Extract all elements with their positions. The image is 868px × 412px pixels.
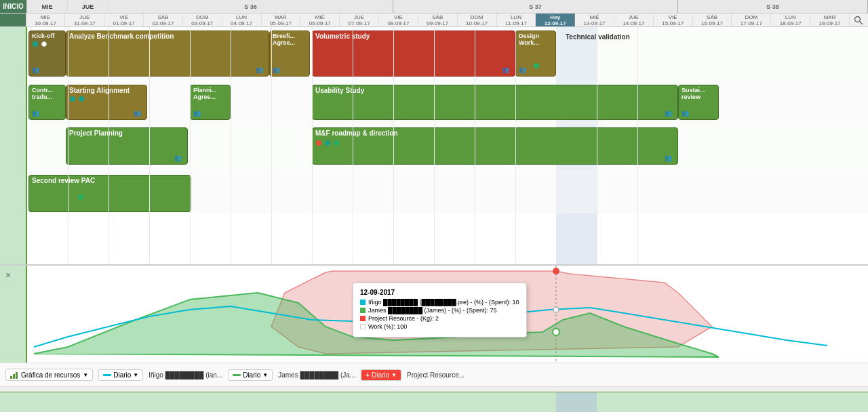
tooltip-row-inigo: Iñigo ████████ (████████.pre) - (%) - (S…	[360, 299, 519, 306]
inigo-color-bar	[103, 374, 111, 376]
design-work-icon: 👥	[519, 66, 526, 73]
second-review-dot	[78, 194, 83, 200]
technical-validation-title: Technical validation	[566, 33, 655, 41]
volumetric-study-task[interactable]: Volumetric study 👥	[312, 30, 515, 77]
date-mie1: MIÉ06-09-17	[300, 14, 340, 26]
mf-dot1	[316, 140, 321, 146]
tooltip-date: 12-09-2017	[360, 289, 519, 296]
analyze-benchmark-title: Analyze Benchmark competition	[69, 33, 266, 40]
resource-caret: ▼	[391, 372, 397, 378]
volumetric-study-title: Volumetric study	[315, 33, 512, 40]
chart-icon	[10, 371, 18, 379]
planni-agree-task[interactable]: Planni...Agree... 👥	[190, 85, 231, 120]
today-bottom-highlight	[556, 392, 597, 412]
grid-line-0	[68, 27, 68, 264]
james-name: James ████████ (Ja...	[278, 371, 355, 379]
week-s37: S 37	[393, 0, 678, 13]
date-vie2: VIE08-09-17	[379, 14, 418, 26]
mf-dot2	[325, 140, 330, 146]
breefi-agree-task[interactable]: Breefi...Agree... 👥	[269, 30, 310, 77]
date-jue2: JUE14-09-17	[614, 14, 654, 26]
sustai-review-icon: 👥	[682, 110, 689, 117]
mf-dot3	[334, 140, 339, 146]
date-lun3: LUN18-09-17	[771, 14, 810, 26]
design-work-title: DesignWork...	[519, 33, 553, 46]
james-type-label: Diario	[243, 371, 260, 379]
resource-chart-section: × 12-09-2017	[0, 264, 868, 363]
inigo-name: Iñigo ████████ (ian...	[149, 371, 222, 379]
date-lun1: LUN04-09-17	[222, 14, 262, 26]
grid-line-9	[434, 27, 435, 264]
svg-point-0	[855, 16, 861, 22]
contr-tradu-task[interactable]: Contr...tradu... 👥	[28, 85, 66, 120]
col-jue-header: JUE	[68, 0, 108, 13]
svg-rect-9	[13, 374, 15, 379]
col-mie-header: MIE	[27, 0, 68, 13]
svg-point-5	[553, 329, 559, 335]
planni-agree-title: Planni...Agree...	[193, 87, 227, 100]
grid-line-12	[597, 27, 597, 264]
starting-alignment-dot1	[70, 96, 75, 102]
bottom-green-area	[0, 392, 868, 412]
grid-line-3	[190, 27, 191, 264]
planni-agree-icon: 👥	[193, 110, 201, 117]
main-wrapper: INICIO MIE JUE S 36 S 37 S 38 MIE30-08-1…	[0, 0, 868, 412]
kickoff-title: Kick-off	[32, 33, 62, 39]
grid-line-1	[108, 27, 109, 264]
mf-roadmap-task[interactable]: M&F roadmap & direction 👥	[312, 127, 678, 165]
scrollbar-area[interactable]	[0, 386, 868, 392]
contr-tradu-title: Contr...tradu...	[32, 87, 62, 100]
grid-line-7	[353, 27, 353, 264]
kickoff-icon: 👥	[32, 66, 39, 73]
resource-chart-btn[interactable]: Gráfica de recursos ▼	[5, 369, 93, 381]
inigo-caret: ▼	[133, 372, 138, 378]
date-dom3: DOM17-09-17	[732, 14, 771, 26]
tooltip-text-resource: Project Resource - (Kg): 2	[368, 315, 439, 322]
project-planning-icon: 👥	[174, 154, 182, 161]
grid-line-8	[393, 27, 394, 264]
resource-legend-btn[interactable]: + Diario ▼	[361, 369, 401, 381]
tooltip-row-james: James ████████ (James) - (%) - (Spent): …	[360, 307, 519, 314]
date-sab2: SÁB09-09-17	[418, 14, 458, 26]
date-dom1: DOM03-09-17	[183, 14, 222, 26]
design-work-dot	[534, 63, 539, 68]
starting-alignment-task[interactable]: Starting Alignment 👥	[66, 85, 147, 120]
technical-validation-task[interactable]: Technical validation	[563, 30, 658, 77]
james-legend-btn[interactable]: Diario ▼	[228, 369, 273, 381]
project-planning-title: Project Planning	[69, 129, 184, 137]
tooltip-text-inigo: Iñigo ████████ (████████.pre) - (%) - (S…	[368, 299, 519, 306]
sustai-review-task[interactable]: Sustai...review 👥	[678, 85, 719, 120]
inicio-date-header	[0, 14, 26, 26]
breefi-agree-icon: 👥	[273, 66, 280, 73]
inigo-legend-btn[interactable]: Diario ▼	[98, 369, 143, 381]
project-planning-task[interactable]: Project Planning 👥	[66, 127, 188, 165]
tooltip-text-james: James ████████ (James) - (%) - (Spent): …	[368, 307, 497, 314]
date-mie2: MIÉ13-09-17	[575, 14, 614, 26]
date-mar2: MAR19-09-17	[810, 14, 850, 26]
date-jue: JUE31-08-17	[65, 14, 104, 26]
usability-study-task[interactable]: Usability Study 👥	[312, 85, 678, 120]
inicio-column	[0, 27, 27, 264]
kickoff-task[interactable]: Kick-off 👥	[28, 30, 66, 77]
analyze-benchmark-task[interactable]: Analyze Benchmark competition 👥	[66, 30, 269, 77]
tooltip-text-work: Work (%): 100	[368, 323, 407, 330]
grid-line-5	[271, 27, 272, 264]
resource-name: Project Resource...	[407, 371, 465, 379]
close-resource-btn[interactable]: ×	[5, 270, 11, 281]
grid-line-11	[515, 27, 516, 264]
design-work-task[interactable]: DesignWork... 👥	[515, 30, 556, 77]
date-mie: MIE30-08-17	[26, 14, 66, 26]
kickoff-dot2	[41, 41, 47, 47]
date-sab1: SÁB02-09-17	[144, 14, 183, 26]
kickoff-dot1	[33, 41, 38, 47]
tooltip-color-inigo	[360, 300, 366, 305]
second-review-task[interactable]: Second review PAC	[28, 175, 191, 212]
gantt-section: INICIO MIE JUE S 36 S 37 S 38 MIE30-08-1…	[0, 0, 868, 264]
chart-tooltip: 12-09-2017 Iñigo ████████ (████████.pre)…	[353, 283, 527, 337]
search-btn[interactable]	[850, 14, 868, 26]
breefi-agree-title: Breefi...Agree...	[273, 33, 307, 46]
grid-line-13	[637, 27, 638, 264]
starting-alignment-icon: 👥	[134, 110, 141, 117]
mf-roadmap-title: M&F roadmap & direction	[315, 129, 675, 137]
tooltip-row-work: Work (%): 100	[360, 323, 519, 330]
